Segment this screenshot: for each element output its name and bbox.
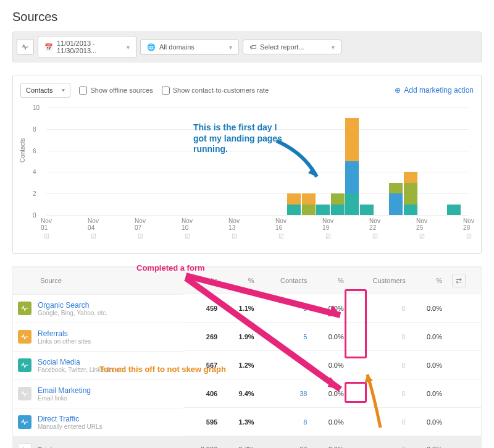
annotation-skew: Turned this off to not skew graph: [99, 365, 226, 374]
source-name[interactable]: Organic Search: [38, 301, 107, 310]
plus-icon: ⊕: [395, 86, 401, 95]
table-row[interactable]: Organic SearchGoogle, Bing, Yahoo, etc.4…: [13, 294, 481, 323]
y-axis-label: Contacts: [19, 138, 26, 163]
chevron-down-icon: ▾: [332, 44, 335, 51]
chevron-down-icon: ▾: [229, 44, 232, 51]
report-picker[interactable]: 🏷 Select report... ▾: [243, 40, 341, 54]
domain-label: All domains: [159, 43, 195, 51]
metric-select[interactable]: Contacts: [20, 83, 70, 98]
total-row: Total2,2962.7%630.0%00.0%: [13, 436, 481, 449]
table-row[interactable]: Social MediaFacebook, Twitter, LinkedIn,…: [13, 351, 481, 379]
sources-table: Completed a form SourceVisits%Contacts%C…: [12, 266, 482, 448]
add-marketing-action[interactable]: ⊕ Add marketing action: [395, 86, 474, 95]
source-name[interactable]: Email Marketing: [38, 386, 91, 395]
chart-panel: Contacts Show offline sources Show conta…: [12, 75, 482, 254]
table-row[interactable]: ReferralsLinks on other sites2691.9%50.0…: [13, 323, 481, 351]
contacts-chart: Contacts 0246810 Nov01Nov04Nov07Nov10Nov…: [20, 104, 474, 246]
annotation-form: Completed a form: [136, 263, 205, 273]
chevron-down-icon: ▾: [127, 44, 130, 51]
annotation-blue: This is the first day I got my landing p…: [193, 122, 286, 155]
date-range-label: 11/01/2013 - 11/30/2013...: [57, 40, 123, 54]
report-label: Select report...: [260, 43, 304, 51]
page-title: Sources: [12, 10, 482, 24]
show-c2c-checkbox[interactable]: Show contact-to-customers rate: [162, 87, 269, 95]
show-offline-checkbox[interactable]: Show offline sources: [79, 87, 153, 95]
highlight-box-1: [345, 289, 367, 358]
source-name[interactable]: Direct Traffic: [38, 415, 103, 423]
calendar-icon: 📅: [44, 43, 53, 51]
source-name[interactable]: Referrals: [38, 329, 91, 338]
tag-icon: 🏷: [249, 43, 256, 51]
date-range-picker[interactable]: 📅 11/01/2013 - 11/30/2013... ▾: [38, 36, 136, 58]
filter-toolbar: 📅 11/01/2013 - 11/30/2013... ▾ 🌐 All dom…: [12, 32, 482, 62]
highlight-box-2: [345, 382, 367, 403]
table-settings-button[interactable]: ⇄: [452, 274, 466, 287]
x-axis: Nov01Nov04Nov07Nov10Nov13Nov16Nov19Nov22…: [46, 218, 469, 240]
globe-icon: 🌐: [147, 43, 156, 51]
table-row[interactable]: Direct TrafficManually entered URLs5951.…: [13, 408, 481, 436]
table-row[interactable]: Email MarketingEmail links4069.4%380.0%0…: [13, 379, 481, 408]
pulse-icon[interactable]: [17, 39, 34, 55]
domain-picker[interactable]: 🌐 All domains ▾: [140, 40, 239, 55]
